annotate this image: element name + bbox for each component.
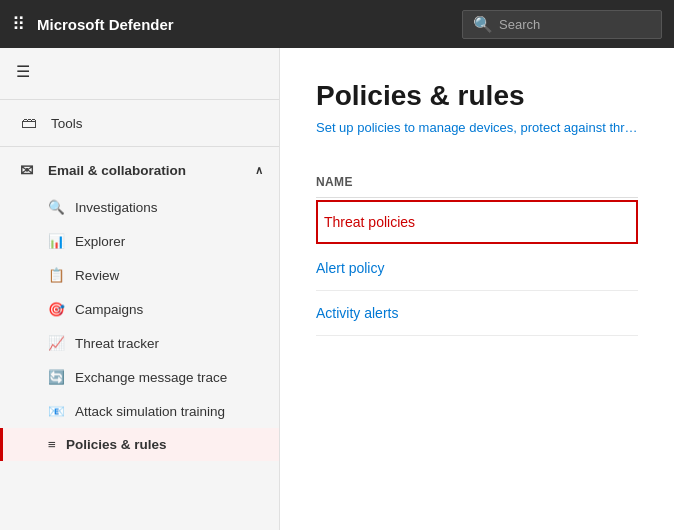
sidebar-item-policies-rules[interactable]: ≡ Policies & rules bbox=[0, 428, 279, 461]
sidebar-label-explorer: Explorer bbox=[75, 234, 125, 249]
sidebar: ☰ 🗃 Tools ✉ Email & collaboration ∧ 🔍 In… bbox=[0, 48, 280, 530]
tools-icon: 🗃 bbox=[19, 114, 39, 132]
sidebar-label-investigations: Investigations bbox=[75, 200, 158, 215]
app-title: Microsoft Defender bbox=[37, 16, 450, 33]
sidebar-label-threat-tracker: Threat tracker bbox=[75, 336, 159, 351]
table-header-name: Name bbox=[316, 167, 638, 198]
sidebar-label-review: Review bbox=[75, 268, 119, 283]
sidebar-item-investigations[interactable]: 🔍 Investigations bbox=[0, 190, 279, 224]
row-alert-policy: Alert policy bbox=[316, 260, 384, 276]
sidebar-divider-1 bbox=[0, 99, 279, 100]
investigations-icon: 🔍 bbox=[48, 199, 65, 215]
main-content: Policies & rules Set up policies to mana… bbox=[280, 48, 674, 530]
table-row[interactable]: Alert policy bbox=[316, 246, 638, 291]
sidebar-item-attack-simulation[interactable]: 📧 Attack simulation training bbox=[0, 394, 279, 428]
sidebar-item-explorer[interactable]: 📊 Explorer bbox=[0, 224, 279, 258]
search-icon: 🔍 bbox=[473, 15, 493, 34]
sidebar-item-exchange-message-trace[interactable]: 🔄 Exchange message trace bbox=[0, 360, 279, 394]
row-threat-policies: Threat policies bbox=[324, 214, 415, 230]
attack-sim-icon: 📧 bbox=[48, 403, 65, 419]
sidebar-label-tools: Tools bbox=[51, 116, 83, 131]
campaigns-icon: 🎯 bbox=[48, 301, 65, 317]
explorer-icon: 📊 bbox=[48, 233, 65, 249]
sidebar-item-campaigns[interactable]: 🎯 Campaigns bbox=[0, 292, 279, 326]
sidebar-item-tools[interactable]: 🗃 Tools bbox=[0, 104, 279, 142]
sidebar-item-threat-tracker[interactable]: 📈 Threat tracker bbox=[0, 326, 279, 360]
main-layout: ☰ 🗃 Tools ✉ Email & collaboration ∧ 🔍 In… bbox=[0, 48, 674, 530]
sidebar-label-exchange: Exchange message trace bbox=[75, 370, 227, 385]
search-box[interactable]: 🔍 bbox=[462, 10, 662, 39]
sidebar-divider-2 bbox=[0, 146, 279, 147]
review-icon: 📋 bbox=[48, 267, 65, 283]
sidebar-label-email: Email & collaboration bbox=[48, 163, 186, 178]
page-title: Policies & rules bbox=[316, 80, 638, 112]
table-row[interactable]: Threat policies bbox=[316, 200, 638, 244]
chevron-up-icon: ∧ bbox=[255, 164, 263, 177]
sidebar-item-email-collaboration[interactable]: ✉ Email & collaboration ∧ bbox=[0, 151, 279, 190]
hamburger-button[interactable]: ☰ bbox=[0, 48, 279, 95]
page-subtitle: Set up policies to manage devices, prote… bbox=[316, 120, 638, 135]
table-row[interactable]: Activity alerts bbox=[316, 291, 638, 336]
sidebar-label-campaigns: Campaigns bbox=[75, 302, 143, 317]
grid-icon[interactable]: ⠿ bbox=[12, 13, 25, 35]
exchange-icon: 🔄 bbox=[48, 369, 65, 385]
threat-tracker-icon: 📈 bbox=[48, 335, 65, 351]
sidebar-item-review[interactable]: 📋 Review bbox=[0, 258, 279, 292]
search-input[interactable] bbox=[499, 17, 649, 32]
policies-icon: ≡ bbox=[48, 437, 56, 452]
row-activity-alerts: Activity alerts bbox=[316, 305, 398, 321]
top-nav: ⠿ Microsoft Defender 🔍 bbox=[0, 0, 674, 48]
sidebar-label-policies: Policies & rules bbox=[66, 437, 167, 452]
sidebar-label-attack-sim: Attack simulation training bbox=[75, 404, 225, 419]
policies-table: Name Threat policies Alert policy Activi… bbox=[316, 167, 638, 336]
email-icon: ✉ bbox=[16, 161, 36, 180]
